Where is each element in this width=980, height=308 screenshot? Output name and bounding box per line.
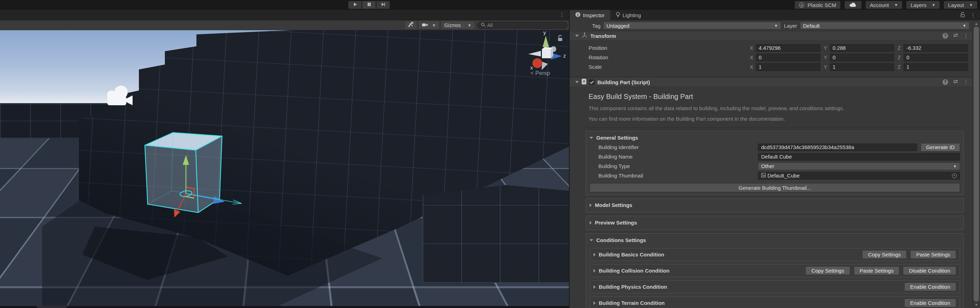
presets-icon[interactable] [953, 79, 958, 86]
account-dropdown[interactable]: Account ▼ [865, 1, 902, 9]
gizmo-y-axis[interactable] [542, 36, 549, 47]
scene-search-field[interactable] [477, 22, 568, 29]
presets-icon[interactable] [953, 33, 958, 39]
building-name-field[interactable]: Default Cube [758, 153, 960, 161]
object-picker-icon[interactable] [952, 173, 957, 178]
chevron-down-icon: ▼ [894, 3, 898, 7]
scrollbar-thumb[interactable] [974, 27, 979, 302]
conditions-settings-foldout[interactable]: Conditions Settings [590, 235, 960, 245]
enable-condition-button[interactable]: Enable Condition [904, 298, 956, 307]
transform-header[interactable]: Transform ? ⋮ [570, 31, 972, 41]
general-settings-title: General Settings [596, 135, 638, 140]
axis-z-label: Z [897, 45, 901, 51]
cloud-button[interactable] [845, 1, 861, 9]
script-icon: # [582, 78, 587, 86]
layout-dropdown[interactable]: Layout ▼ [944, 1, 977, 9]
chevron-down-icon: ▼ [969, 3, 973, 7]
scene-lock-icon[interactable] [557, 34, 563, 43]
pause-button[interactable] [362, 1, 375, 9]
lock-icon[interactable] [960, 11, 965, 19]
rotation-x-field[interactable]: 0 [756, 54, 821, 61]
tag-label: Tag [592, 23, 600, 29]
selected-cube[interactable] [145, 132, 242, 217]
tag-dropdown[interactable]: Untagged ▼ [603, 22, 781, 29]
component-enabled-checkbox[interactable] [589, 80, 595, 85]
chevron-down-icon: ▼ [774, 24, 778, 28]
generate-thumbnail-button[interactable]: Generate Building Thumbnail... [590, 183, 960, 192]
scale-y-field[interactable]: 1 [830, 63, 894, 71]
building-identifier-field[interactable]: dcd53739d4734c36859523b34a25538a [758, 144, 917, 151]
copy-settings-button[interactable]: Copy Settings [862, 250, 907, 259]
axis-x-label: X [750, 55, 754, 60]
gizmo-x-axis[interactable] [533, 58, 542, 68]
building-physics-condition-foldout[interactable]: Building Physics Condition [593, 284, 667, 290]
chevron-down-icon: ▼ [468, 23, 471, 27]
scale-z-field[interactable]: 1 [904, 63, 968, 71]
inspector-menu-icon[interactable]: ⋮ [970, 13, 976, 18]
layers-dropdown[interactable]: Layers ▼ [906, 1, 940, 9]
gizmos-dropdown[interactable]: Gizmos ▼ [442, 21, 474, 29]
scale-x-field[interactable]: 1 [756, 63, 821, 71]
scroll-up-icon[interactable]: ▲ [973, 22, 980, 26]
plastic-scm-icon: p [799, 2, 804, 8]
paste-settings-button[interactable]: Paste Settings [854, 266, 900, 275]
building-physics-condition-row: Building Physics Condition Enable Condit… [590, 280, 960, 293]
disable-condition-button[interactable]: Disable Condition [903, 266, 956, 275]
building-terrain-condition-foldout[interactable]: Building Terrain Condition [593, 300, 665, 306]
copy-settings-button[interactable]: Copy Settings [805, 266, 850, 275]
scroll-down-icon[interactable]: ▼ [973, 303, 980, 306]
gizmo-center-cube[interactable] [542, 49, 551, 58]
camera-gizmo[interactable] [107, 86, 133, 105]
building-part-header[interactable]: # Building Part (Script) ? ⋮ [570, 77, 972, 87]
building-terrain-condition-row: Building Terrain Condition Enable Condit… [590, 297, 960, 308]
building-type-dropdown[interactable]: Other ▼ [758, 163, 960, 170]
step-button[interactable] [376, 1, 390, 9]
play-button[interactable] [348, 1, 362, 9]
axis-z-label: Z [897, 64, 901, 70]
projection-toggle[interactable]: < Persp [530, 70, 550, 77]
tag-value: Untagged [606, 23, 629, 29]
scene-objects-overlay [0, 30, 569, 308]
building-identifier-label: Building Identifier [590, 144, 754, 150]
tab-lighting-label: Lighting [623, 12, 641, 18]
axis-y-label: Y [824, 64, 828, 70]
foldout-open-icon[interactable] [575, 81, 579, 83]
general-settings-foldout[interactable]: General Settings [590, 133, 960, 142]
position-y-field[interactable]: 0.288 [830, 44, 894, 52]
axis-x-label: X [750, 45, 754, 51]
persp-arrow-icon: < [530, 70, 533, 77]
help-icon[interactable]: ? [942, 79, 948, 85]
preview-settings-foldout[interactable]: Preview Settings [590, 218, 960, 227]
foldout-closed-icon [593, 301, 596, 305]
building-thumbnail-field[interactable]: Default_Cube [758, 172, 960, 180]
rotation-z-field[interactable]: 0 [904, 54, 968, 61]
position-x-field[interactable]: 4.479296 [756, 44, 821, 52]
building-type-row: Building Type Other ▼ [590, 161, 960, 171]
position-z-field[interactable]: -6.332 [904, 44, 968, 52]
scene-tab-menu-icon[interactable]: ⋮ [559, 12, 565, 18]
generate-id-button[interactable]: Generate ID [921, 143, 960, 152]
tab-lighting[interactable]: Lighting [610, 10, 647, 20]
model-settings-foldout[interactable]: Model Settings [590, 200, 960, 210]
inspector-scrollbar[interactable]: ▲ ▼ [972, 20, 980, 308]
help-icon[interactable]: ? [942, 33, 948, 38]
enable-condition-button[interactable]: Enable Condition [904, 282, 956, 291]
foldout-open-icon[interactable] [575, 35, 579, 37]
layout-label: Layout [948, 2, 964, 8]
plastic-scm-button[interactable]: p Plastic SCM [795, 1, 840, 9]
scene-viewport[interactable]: y z x < Persp [0, 30, 569, 308]
building-thumbnail-label: Building Thumbnail [590, 172, 754, 179]
scene-tools-button[interactable] [405, 21, 416, 29]
building-basics-condition-foldout[interactable]: Building Basics Condition [593, 252, 664, 257]
tab-inspector[interactable]: Inspector [570, 10, 610, 20]
rotation-y-field[interactable]: 0 [830, 54, 894, 61]
scene-camera-dropdown[interactable]: ▼ [419, 21, 439, 29]
account-label: Account [870, 2, 889, 8]
component-menu-icon[interactable]: ⋮ [963, 33, 969, 38]
scene-tab-bar: ⋮ [0, 10, 569, 20]
component-menu-icon[interactable]: ⋮ [963, 79, 969, 85]
layer-dropdown[interactable]: Default ▼ [800, 22, 970, 29]
building-collision-condition-foldout[interactable]: Building Collision Condition [593, 268, 670, 274]
paste-settings-button[interactable]: Paste Settings [910, 250, 956, 259]
search-input[interactable] [487, 22, 550, 28]
